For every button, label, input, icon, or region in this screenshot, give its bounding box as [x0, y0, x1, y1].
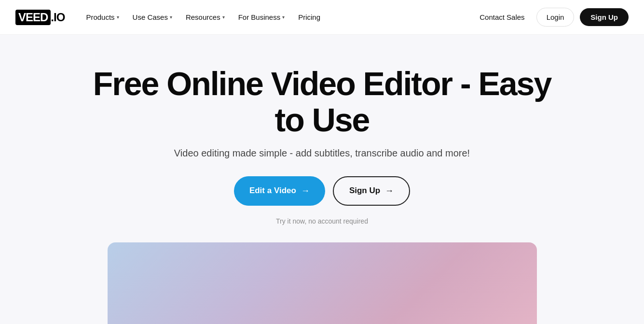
nav-item-products[interactable]: Products ▾ — [80, 9, 124, 25]
navigation: VEED.IO Products ▾ Use Cases ▾ Resources… — [0, 0, 644, 35]
nav-item-resources[interactable]: Resources ▾ — [180, 9, 231, 25]
arrow-right-icon: → — [385, 186, 394, 196]
nav-business-label: For Business — [238, 13, 281, 21]
nav-links: Products ▾ Use Cases ▾ Resources ▾ For B… — [80, 9, 326, 25]
chevron-down-icon: ▾ — [170, 14, 172, 20]
nav-item-pricing[interactable]: Pricing — [292, 9, 326, 25]
chevron-down-icon: ▾ — [222, 14, 225, 20]
signup-button[interactable]: Sign Up — [580, 8, 629, 26]
video-gradient-bg: Silence Removal — [108, 242, 537, 324]
login-button[interactable]: Login — [536, 8, 575, 27]
hero-buttons: Edit a Video → Sign Up → — [15, 176, 629, 206]
hero-signup-button[interactable]: Sign Up → — [333, 176, 410, 206]
hero-signup-label: Sign Up — [349, 186, 380, 196]
arrow-right-icon: → — [301, 186, 310, 196]
video-preview: Silence Removal — [108, 242, 537, 324]
hero-section: Free Online Video Editor - Easy to Use V… — [0, 35, 644, 324]
nav-resources-label: Resources — [186, 13, 220, 21]
edit-video-label: Edit a Video — [249, 186, 296, 196]
nav-right: Contact Sales Login Sign Up — [474, 8, 629, 27]
nav-item-use-cases[interactable]: Use Cases ▾ — [127, 9, 178, 25]
chevron-down-icon: ▾ — [282, 14, 285, 20]
hero-subtitle: Video editing made simple - add subtitle… — [15, 148, 629, 159]
nav-pricing-label: Pricing — [298, 13, 320, 21]
nav-use-cases-label: Use Cases — [133, 13, 168, 21]
contact-sales-link[interactable]: Contact Sales — [474, 9, 530, 25]
nav-left: VEED.IO Products ▾ Use Cases ▾ Resources… — [15, 9, 326, 25]
hero-note: Try it now, no account required — [15, 217, 629, 225]
nav-item-for-business[interactable]: For Business ▾ — [233, 9, 291, 25]
edit-video-button[interactable]: Edit a Video → — [234, 176, 325, 206]
chevron-down-icon: ▾ — [117, 14, 119, 20]
nav-products-label: Products — [86, 13, 114, 21]
hero-title: Free Online Video Editor - Easy to Use — [81, 66, 563, 138]
logo[interactable]: VEED.IO — [15, 10, 65, 25]
